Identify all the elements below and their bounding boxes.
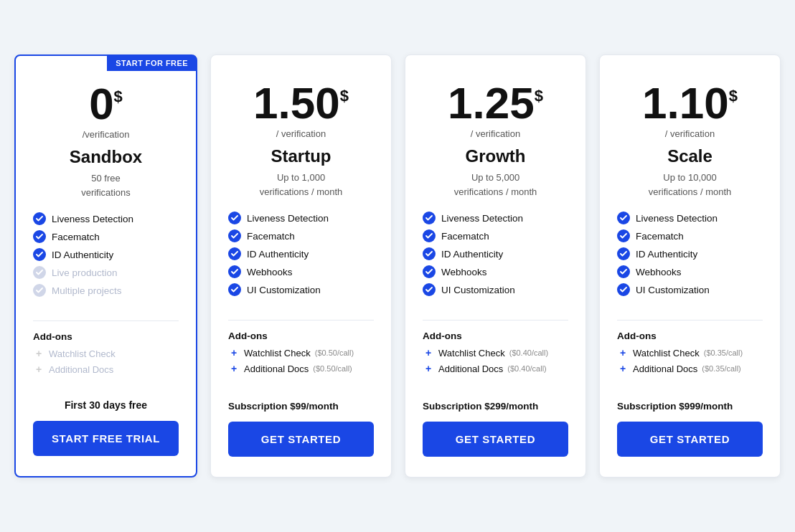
check-icon (423, 212, 436, 224)
feature-item: Facematch (423, 229, 568, 242)
addon-price: ($0.35/call) (702, 364, 740, 373)
feature-item: ID Authenticity (617, 247, 763, 260)
price-value: 1.25 (448, 81, 535, 125)
addon-label: Additional Docs (49, 364, 113, 375)
price-unit: / verification (423, 128, 568, 139)
addon-plus-icon: + (423, 363, 434, 374)
addon-price: ($0.40/call) (507, 364, 546, 373)
plan-name: Startup (228, 146, 374, 166)
price-value: 0 (89, 82, 113, 126)
price-row: 1.25 $ (423, 81, 568, 125)
check-icon (33, 284, 46, 297)
price-value: 1.10 (642, 81, 729, 125)
feature-label: Webhooks (636, 267, 682, 277)
price-currency: $ (114, 87, 123, 106)
card-startup: 1.50 $ / verificationStartupUp to 1,000v… (210, 54, 392, 478)
feature-label: ID Authenticity (636, 249, 697, 260)
feature-item: ID Authenticity (423, 247, 568, 260)
addon-price: ($0.50/call) (315, 348, 354, 357)
price-row: 1.50 $ (228, 81, 374, 125)
addon-plus-icon: + (228, 347, 240, 358)
feature-item: ID Authenticity (33, 248, 179, 261)
check-icon (617, 212, 630, 224)
price-unit: / verification (617, 128, 763, 139)
feature-label: UI Customization (247, 285, 321, 295)
subscription-text: Subscription $299/month (423, 392, 568, 412)
free-text: First 30 days free (33, 391, 179, 411)
check-icon (228, 247, 241, 260)
feature-label: Facematch (441, 231, 489, 242)
addons-title: Add-ons (423, 331, 568, 341)
addon-plus-icon: + (423, 347, 434, 358)
addons-title: Add-ons (33, 331, 179, 342)
feature-label: Facematch (52, 232, 100, 242)
subscription-text: Subscription $99/month (228, 392, 374, 412)
plan-name: Growth (423, 146, 568, 166)
addon-price: ($0.40/call) (509, 348, 548, 357)
features-list: Liveness Detection Facematch ID Authenti… (617, 212, 763, 301)
check-icon (423, 265, 436, 278)
card-growth: 1.25 $ / verificationGrowthUp to 5,000ve… (405, 54, 586, 478)
check-icon (617, 265, 630, 278)
addon-label: Watchlist Check (244, 348, 311, 358)
cta-button[interactable]: GET STARTED (228, 422, 374, 457)
addons-list: + Watchlist Check + Additional Docs (33, 348, 179, 379)
addon-label: Watchlist Check (438, 348, 505, 358)
feature-item: Webhooks (617, 265, 763, 278)
addon-label: Additional Docs (438, 364, 503, 374)
subscription-text: Subscription $999/month (617, 392, 763, 412)
feature-item: Liveness Detection (617, 212, 763, 224)
cta-button[interactable]: GET STARTED (423, 422, 568, 457)
plan-description: Up to 5,000verifications / month (423, 171, 568, 199)
plan-description: Up to 10,000verifications / month (617, 171, 763, 199)
check-icon (423, 283, 436, 296)
check-icon (33, 212, 46, 225)
cta-button[interactable]: GET STARTED (617, 422, 763, 457)
feature-item: ID Authenticity (228, 247, 374, 260)
divider (423, 320, 568, 320)
addons-list: + Watchlist Check ($0.40/call) + Additio… (423, 347, 568, 379)
card-badge: START FOR FREE (107, 55, 197, 71)
price-unit: /verification (33, 129, 179, 140)
check-icon (423, 229, 436, 242)
check-icon (33, 248, 46, 261)
feature-label: Facematch (247, 231, 295, 242)
addons-title: Add-ons (617, 331, 763, 341)
feature-label: Liveness Detection (636, 213, 718, 224)
check-icon (228, 283, 241, 296)
feature-label: Liveness Detection (52, 214, 133, 224)
check-icon (617, 283, 630, 296)
plan-description: Up to 1,000verifications / month (228, 171, 374, 199)
addon-plus-icon: + (228, 363, 240, 374)
price-row: 0 $ (33, 82, 179, 126)
feature-label: ID Authenticity (247, 249, 309, 260)
addon-item: + Additional Docs (33, 364, 179, 375)
price-currency: $ (729, 87, 738, 105)
check-icon (228, 229, 241, 242)
addons-title: Add-ons (228, 331, 374, 341)
addon-plus-icon: + (617, 347, 629, 358)
addon-item: + Watchlist Check ($0.50/call) (228, 347, 374, 358)
feature-label: ID Authenticity (52, 250, 113, 260)
addon-plus-icon: + (33, 348, 44, 359)
price-unit: / verification (228, 128, 374, 139)
feature-item: UI Customization (617, 283, 763, 296)
feature-item: Facematch (33, 230, 179, 243)
feature-item: Liveness Detection (33, 212, 179, 225)
addon-price: ($0.35/call) (704, 348, 743, 357)
feature-item: Multiple projects (33, 284, 179, 297)
feature-item: Webhooks (228, 265, 374, 278)
features-list: Liveness Detection Facematch ID Authenti… (228, 212, 374, 301)
addon-label: Additional Docs (633, 364, 697, 374)
card-scale: 1.10 $ / verificationScaleUp to 10,000ve… (599, 54, 781, 478)
feature-label: Webhooks (441, 267, 487, 277)
addon-plus-icon: + (617, 363, 629, 374)
addon-item: + Additional Docs ($0.35/call) (617, 363, 763, 374)
plan-name: Sandbox (33, 147, 179, 167)
divider (228, 320, 374, 320)
check-icon (228, 212, 241, 224)
cta-button[interactable]: START FREE TRIAL (33, 421, 179, 456)
plan-description: 50 freeverifications (33, 171, 179, 199)
pricing-container: START FOR FREE 0 $ /verificationSandbox5… (14, 54, 781, 478)
feature-item: Liveness Detection (423, 212, 568, 224)
